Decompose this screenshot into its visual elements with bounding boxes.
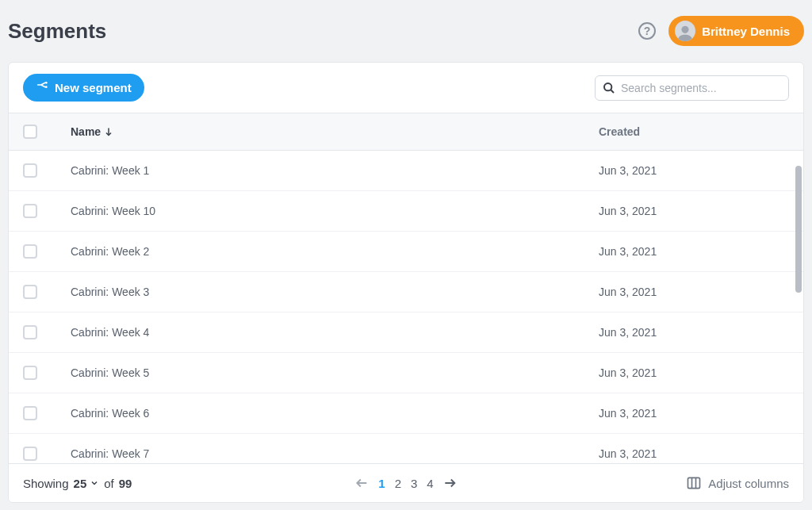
- row-checkbox[interactable]: [23, 204, 37, 218]
- header-actions: ? Brittney Dennis: [638, 16, 804, 46]
- table-row: Cabrini: Week 3Jun 3, 2021: [9, 272, 803, 313]
- search-icon: [603, 82, 615, 94]
- col-check: [23, 125, 71, 139]
- table-row: Cabrini: Week 1Jun 3, 2021: [9, 151, 803, 191]
- row-checkbox[interactable]: [23, 163, 37, 178]
- segment-created: Jun 3, 2021: [599, 407, 789, 420]
- table-header: Name Created: [9, 113, 803, 151]
- segment-name[interactable]: Cabrini: Week 5: [71, 366, 599, 379]
- page-number[interactable]: 2: [395, 477, 401, 490]
- sort-desc-icon: [104, 127, 113, 136]
- table-row: Cabrini: Week 4Jun 3, 2021: [9, 313, 803, 353]
- col-header-created[interactable]: Created: [599, 125, 789, 138]
- page-header: Segments ? Brittney Dennis: [0, 0, 812, 62]
- select-all-checkbox[interactable]: [23, 125, 37, 139]
- row-checkbox[interactable]: [23, 244, 37, 259]
- page-title: Segments: [8, 19, 106, 44]
- segment-created: Jun 3, 2021: [599, 447, 789, 460]
- toolbar: New segment: [9, 63, 803, 113]
- segment-name[interactable]: Cabrini: Week 2: [71, 245, 599, 258]
- help-icon[interactable]: ?: [638, 22, 656, 40]
- arrow-right-icon: [443, 476, 458, 490]
- svg-line-4: [611, 90, 614, 93]
- segment-created: Jun 3, 2021: [599, 205, 789, 217]
- adjust-columns-button[interactable]: Adjust columns: [686, 475, 789, 491]
- row-checkbox[interactable]: [23, 447, 37, 461]
- segment-created: Jun 3, 2021: [599, 286, 789, 298]
- search-input[interactable]: [595, 75, 789, 101]
- user-menu[interactable]: Brittney Dennis: [668, 16, 804, 46]
- segment-name[interactable]: Cabrini: Week 10: [71, 205, 599, 217]
- segment-name[interactable]: Cabrini: Week 1: [71, 164, 599, 177]
- table-row: Cabrini: Week 7Jun 3, 2021: [9, 434, 803, 463]
- row-checkbox[interactable]: [23, 325, 37, 339]
- branch-icon: [36, 82, 48, 94]
- table-row: Cabrini: Week 2Jun 3, 2021: [9, 232, 803, 272]
- page-number[interactable]: 3: [411, 477, 417, 490]
- page-size-selector[interactable]: 25: [74, 477, 100, 490]
- svg-point-1: [45, 82, 48, 84]
- columns-icon: [686, 475, 702, 491]
- segments-panel: New segment Name Created Cabrini: Week 1…: [8, 62, 804, 503]
- avatar-icon: [675, 21, 695, 41]
- prev-page-button[interactable]: [354, 476, 369, 490]
- row-checkbox[interactable]: [23, 285, 37, 299]
- table-body: Cabrini: Week 1Jun 3, 2021Cabrini: Week …: [9, 151, 803, 463]
- table-row: Cabrini: Week 5Jun 3, 2021: [9, 353, 803, 393]
- svg-point-2: [45, 86, 48, 88]
- scrollbar[interactable]: [795, 166, 802, 293]
- chevron-down-icon: [90, 478, 99, 488]
- segment-created: Jun 3, 2021: [599, 245, 789, 258]
- col-header-name[interactable]: Name: [71, 125, 599, 138]
- segment-name[interactable]: Cabrini: Week 3: [71, 286, 599, 298]
- row-checkbox[interactable]: [23, 406, 37, 420]
- segment-created: Jun 3, 2021: [599, 326, 789, 339]
- row-checkbox[interactable]: [23, 366, 37, 380]
- segment-created: Jun 3, 2021: [599, 366, 789, 379]
- svg-rect-8: [688, 477, 700, 488]
- segment-created: Jun 3, 2021: [599, 164, 789, 177]
- segment-name[interactable]: Cabrini: Week 7: [71, 447, 599, 460]
- search-wrap: [595, 75, 789, 101]
- segment-name[interactable]: Cabrini: Week 4: [71, 326, 599, 339]
- user-name: Brittney Dennis: [702, 25, 790, 38]
- pagination-info: Showing 25 of 99: [23, 477, 132, 490]
- page-number[interactable]: 4: [427, 477, 433, 490]
- table-row: Cabrini: Week 10Jun 3, 2021: [9, 191, 803, 232]
- svg-point-3: [604, 83, 611, 90]
- next-page-button[interactable]: [443, 476, 458, 490]
- pagination-pages: 1234: [354, 476, 457, 490]
- page-number[interactable]: 1: [378, 477, 385, 490]
- table-row: Cabrini: Week 6Jun 3, 2021: [9, 393, 803, 434]
- new-segment-button[interactable]: New segment: [23, 74, 144, 102]
- segment-name[interactable]: Cabrini: Week 6: [71, 407, 599, 420]
- svg-point-0: [682, 26, 689, 33]
- arrow-left-icon: [354, 476, 369, 490]
- table-footer: Showing 25 of 99 1234 Adjust columns: [9, 463, 803, 502]
- new-segment-label: New segment: [55, 81, 132, 94]
